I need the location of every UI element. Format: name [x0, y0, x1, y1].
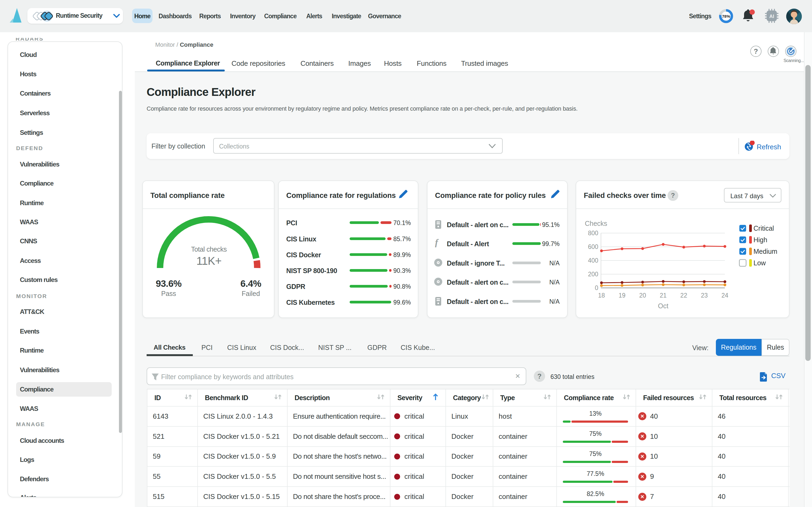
- svg-text:18: 18: [598, 292, 605, 299]
- svg-text:24: 24: [721, 292, 729, 299]
- svg-text:Critical: Critical: [753, 225, 774, 232]
- svg-text:?: ?: [754, 47, 758, 55]
- svg-text:Medium: Medium: [753, 247, 777, 255]
- svg-text:200: 200: [588, 271, 598, 278]
- svg-text:800: 800: [588, 230, 598, 237]
- svg-text:Low: Low: [753, 259, 766, 267]
- svg-text:22: 22: [681, 292, 687, 299]
- svg-text:Oct: Oct: [658, 302, 669, 309]
- svg-text:High: High: [753, 236, 767, 243]
- svg-text:AI: AI: [769, 14, 774, 19]
- svg-text:23: 23: [701, 292, 708, 299]
- svg-text:0: 0: [595, 284, 598, 291]
- svg-text:600: 600: [588, 243, 598, 250]
- svg-text:21: 21: [660, 292, 667, 299]
- svg-text:20: 20: [639, 292, 646, 299]
- svg-text:78%: 78%: [722, 14, 730, 18]
- svg-text:400: 400: [588, 257, 598, 264]
- svg-text:19: 19: [619, 292, 626, 299]
